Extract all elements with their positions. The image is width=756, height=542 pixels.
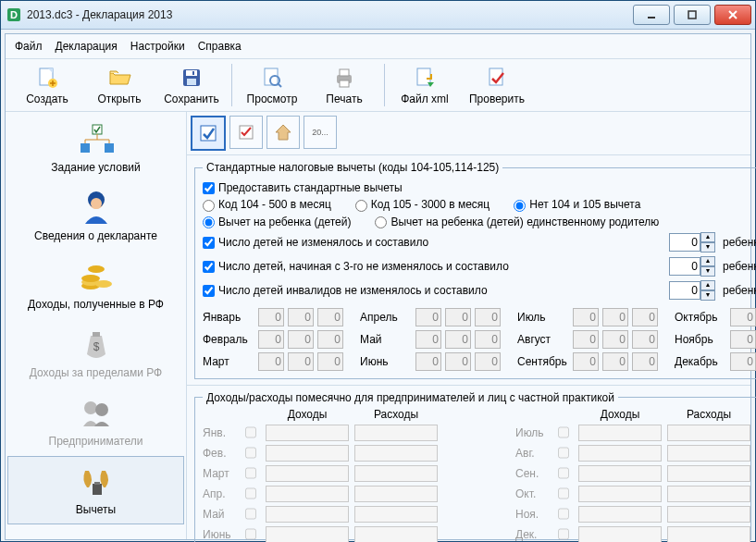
no104105-radio-label[interactable]: Нет 104 и 105 вычета	[514, 198, 640, 211]
month-label: Ноябрь	[675, 333, 726, 346]
no104105-radio[interactable]	[514, 200, 526, 212]
code105-radio-label[interactable]: Код 105 - 3000 в месяц	[355, 198, 490, 211]
deduction-tabs: 20...	[187, 112, 750, 155]
sidebar-label: Доходы за пределами РФ	[30, 366, 162, 379]
ent-month-label: Июль	[515, 426, 552, 439]
toolbar-print[interactable]: Печать	[308, 63, 380, 107]
menu-settings[interactable]: Настройки	[130, 40, 185, 53]
spin-down[interactable]: ▼	[700, 290, 715, 301]
svg-rect-23	[93, 125, 102, 134]
ent-income-input	[266, 506, 349, 523]
month-input	[602, 308, 628, 326]
entrepreneur-legend: Доходы/расходы помесячно для предпринима…	[203, 391, 618, 404]
sidebar-item-income-rf[interactable]: Доходы, полученные в РФ	[7, 251, 184, 319]
toolbar-preview[interactable]: Просмотр	[236, 63, 308, 107]
spin-up[interactable]: ▲	[700, 280, 715, 290]
child-deduct-radio-label[interactable]: Вычет на ребенка (детей)	[203, 216, 351, 228]
children-from3-checkbox[interactable]	[203, 261, 215, 273]
ent-month-checkbox	[245, 528, 256, 540]
children-from3-spin[interactable]: ▲▼	[669, 256, 715, 277]
ent-expense-input	[354, 506, 438, 523]
deductions-icon	[76, 464, 117, 499]
month-label: Апрель	[360, 311, 412, 324]
tab-standard[interactable]	[191, 116, 226, 151]
svg-rect-13	[187, 79, 196, 85]
toolbar-xml[interactable]: Файл xml	[389, 63, 461, 107]
code104-radio[interactable]	[203, 200, 215, 212]
children-from3-label[interactable]: Число детей, начиная с 3-го не изменялос…	[203, 260, 509, 273]
svg-line-17	[278, 83, 281, 87]
code105-radio[interactable]	[355, 200, 367, 212]
new-file-icon	[34, 65, 60, 91]
sidebar: Задание условий Сведения о декларанте До…	[6, 112, 187, 539]
month-label: Октябрь	[675, 311, 726, 324]
children-invalid-checkbox[interactable]	[203, 285, 215, 297]
month-label: Май	[360, 333, 412, 346]
svg-point-36	[95, 280, 112, 288]
menu-help[interactable]: Справка	[198, 40, 242, 53]
toolbar-save-label: Сохранить	[164, 92, 219, 105]
tab-social[interactable]	[229, 116, 263, 149]
ent-month-checkbox	[558, 487, 569, 499]
sidebar-item-declarant[interactable]: Сведения о декларанте	[7, 182, 184, 251]
month-input	[632, 352, 658, 371]
sidebar-item-conditions[interactable]: Задание условий	[7, 114, 184, 182]
toolbar-save[interactable]: Сохранить	[155, 63, 228, 107]
toolbar-open-label: Открыть	[97, 92, 141, 105]
ent-expense-input	[354, 486, 438, 502]
children-from3-input[interactable]	[669, 257, 700, 276]
sidebar-item-deductions[interactable]: Вычеты	[7, 456, 184, 524]
tab-property[interactable]	[266, 116, 300, 149]
ent-month-checkbox	[558, 467, 569, 479]
maximize-button[interactable]	[674, 5, 711, 25]
menu-declaration[interactable]: Декларация	[56, 40, 118, 53]
ent-income-input	[578, 506, 662, 523]
income-header: Доходы	[578, 408, 662, 421]
svg-point-40	[84, 401, 97, 414]
code104-radio-label[interactable]: Код 104 - 500 в месяц	[203, 198, 331, 211]
child-single-radio-label[interactable]: Вычет на ребенка (детей) единственному р…	[375, 216, 659, 228]
title-bar: D 2013.dc3 - Декларация 2013	[1, 1, 755, 30]
provide-standard-checkbox-label[interactable]: Предоставить стандартные вычеты	[203, 181, 403, 194]
toolbar-create[interactable]: Создать	[11, 63, 83, 107]
spin-down[interactable]: ▼	[700, 242, 715, 253]
expense-header: Расходы	[667, 408, 750, 421]
content-frame: Файл Декларация Настройки Справка Создат…	[5, 33, 751, 540]
provide-standard-checkbox[interactable]	[203, 182, 215, 194]
children-stable-input[interactable]	[669, 233, 700, 252]
tab-year[interactable]: 20...	[304, 116, 337, 149]
children-stable-checkbox[interactable]	[203, 237, 215, 249]
ent-expense-input	[354, 465, 438, 482]
ent-expense-input	[667, 506, 750, 523]
spin-down[interactable]: ▼	[700, 266, 715, 277]
children-stable-spin[interactable]: ▲▼	[669, 232, 715, 253]
spin-up[interactable]: ▲	[700, 256, 715, 266]
month-input	[445, 330, 471, 349]
child-suffix: ребенка (детей)	[723, 260, 756, 273]
ent-month-label: Ноя.	[515, 508, 552, 521]
children-invalid-input[interactable]	[669, 281, 700, 300]
children-invalid-label[interactable]: Число детей инвалидов не изменялось и со…	[203, 284, 488, 297]
minimize-button[interactable]	[633, 5, 670, 25]
menu-file[interactable]: Файл	[15, 40, 43, 53]
toolbar-check[interactable]: Проверить	[461, 63, 533, 107]
ent-month-label: Дек.	[515, 528, 552, 541]
child-deduct-radio[interactable]	[203, 216, 215, 228]
child-single-radio[interactable]	[375, 216, 387, 228]
children-invalid-spin[interactable]: ▲▼	[669, 280, 715, 301]
standard-deductions-panel: Стандартные налоговые вычеты (коды 104-1…	[187, 155, 750, 386]
children-stable-label[interactable]: Число детей не изменялось и составило	[203, 236, 428, 249]
ent-month-checkbox	[245, 426, 256, 438]
month-input	[730, 352, 756, 371]
month-input	[632, 308, 658, 326]
toolbar-open[interactable]: Открыть	[83, 63, 155, 107]
ent-month-checkbox	[245, 447, 256, 459]
month-input	[317, 352, 343, 371]
svg-rect-12	[186, 70, 197, 76]
close-button[interactable]	[714, 5, 751, 25]
month-input	[415, 352, 441, 371]
spin-up[interactable]: ▲	[700, 232, 715, 242]
month-input	[475, 308, 501, 326]
svg-text:D: D	[10, 9, 18, 20]
svg-rect-28	[81, 143, 90, 153]
